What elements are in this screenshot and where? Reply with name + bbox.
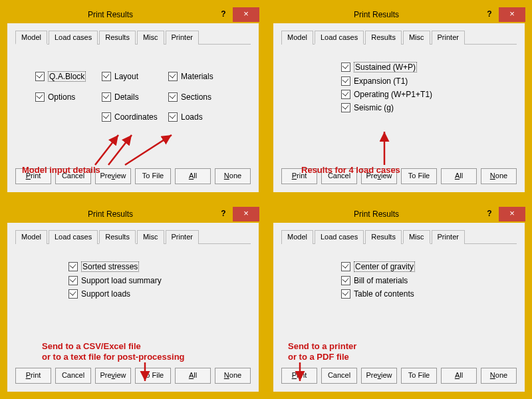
label-operating: Operating (W+P1+T1) [354, 90, 432, 99]
svg-line-2 [125, 135, 172, 165]
tab-model[interactable]: Model [281, 230, 313, 244]
dialog-body: Model Load cases Results Misc Printer Su… [273, 23, 525, 193]
preview-button[interactable]: Preview [361, 168, 397, 184]
close-button[interactable]: × [233, 7, 259, 22]
tab-results[interactable]: Results [365, 31, 402, 45]
close-button[interactable]: × [499, 7, 525, 22]
checkbox-cog[interactable] [341, 262, 350, 271]
titlebar: Print Results ? × [7, 206, 259, 222]
print-button[interactable]: Print [281, 168, 317, 184]
cancel-button[interactable]: Cancel [321, 368, 357, 384]
checkbox-layout[interactable] [102, 72, 111, 81]
help-button[interactable]: ? [214, 207, 233, 221]
label-expansion: Expansion (T1) [354, 76, 408, 86]
cancel-button[interactable]: Cancel [55, 368, 91, 384]
none-button[interactable]: None [481, 368, 517, 384]
titlebar: Print Results ? × [273, 7, 525, 23]
tab-results[interactable]: Results [99, 230, 136, 244]
tab-misc[interactable]: Misc [137, 230, 164, 244]
checkbox-seismic[interactable] [341, 103, 350, 112]
help-button[interactable]: ? [480, 207, 499, 221]
tab-loadcases[interactable]: Load cases [315, 230, 364, 244]
preview-button[interactable]: Preview [95, 168, 131, 184]
checkbox-operating[interactable] [341, 90, 350, 99]
none-button[interactable]: None [215, 168, 251, 184]
button-row: Print Cancel Preview To File All None [15, 168, 251, 184]
checkbox-sustained[interactable] [341, 63, 350, 72]
all-button[interactable]: All [441, 168, 477, 184]
all-button[interactable]: All [175, 368, 211, 384]
checkbox-details[interactable] [102, 92, 111, 102]
none-button[interactable]: None [481, 168, 517, 184]
print-button[interactable]: Print [15, 368, 51, 384]
close-button[interactable]: × [499, 207, 525, 221]
help-button[interactable]: ? [214, 7, 233, 22]
tab-model[interactable]: Model [15, 230, 47, 244]
tab-results[interactable]: Results [365, 230, 402, 244]
label-materials: Materials [181, 72, 213, 81]
tabstrip: Model Load cases Results Misc Printer [15, 229, 251, 244]
tofile-button[interactable]: To File [135, 168, 171, 184]
label-bom: Bill of materials [354, 276, 408, 285]
preview-button[interactable]: Preview [361, 368, 397, 384]
tab-printer[interactable]: Printer [432, 31, 465, 45]
checkbox-bom[interactable] [341, 276, 350, 285]
checkbox-loads[interactable] [168, 112, 178, 122]
tab-misc[interactable]: Misc [137, 31, 164, 45]
all-button[interactable]: All [441, 368, 477, 384]
tab-loadcases[interactable]: Load cases [49, 31, 98, 45]
help-button[interactable]: ? [480, 7, 499, 22]
button-row: Print Cancel Preview To File All None [15, 368, 251, 384]
checkbox-expansion[interactable] [341, 76, 350, 86]
tofile-button[interactable]: To File [401, 168, 437, 184]
print-button[interactable]: Print [15, 168, 51, 184]
checkbox-support-summary[interactable] [68, 276, 78, 285]
tab-content: Center of gravity Bill of materials Tabl… [281, 248, 517, 364]
label-cog: Center of gravity [354, 261, 415, 272]
tab-loadcases[interactable]: Load cases [49, 230, 98, 244]
checkbox-coordinates[interactable] [102, 112, 111, 122]
print-button[interactable]: Print [281, 368, 317, 384]
tab-printer[interactable]: Printer [166, 31, 199, 45]
dialog-body: Model Load cases Results Misc Printer So… [7, 222, 259, 392]
preview-button[interactable]: Preview [95, 368, 131, 384]
dialog-body: Model Load cases Results Misc Printer Ce… [273, 222, 525, 392]
tab-printer[interactable]: Printer [432, 230, 465, 244]
label-sustained: Sustained (W+P) [354, 62, 417, 72]
tab-model[interactable]: Model [15, 31, 47, 45]
checkbox-options[interactable] [35, 92, 45, 102]
tab-loadcases[interactable]: Load cases [315, 31, 364, 45]
tab-misc[interactable]: Misc [403, 230, 430, 244]
none-button[interactable]: None [215, 368, 251, 384]
tabstrip: Model Load cases Results Misc Printer [281, 30, 517, 45]
all-button[interactable]: All [175, 168, 211, 184]
tab-misc[interactable]: Misc [403, 31, 430, 45]
tab-results[interactable]: Results [99, 31, 136, 45]
checkbox-sorted-stresses[interactable] [68, 262, 78, 271]
label-coordinates: Coordinates [114, 112, 158, 122]
label-sections: Sections [181, 92, 211, 102]
tab-content: Q.A.Block Layout Materials Options Detai… [15, 49, 251, 164]
tabstrip: Model Load cases Results Misc Printer [15, 30, 251, 45]
tofile-button[interactable]: To File [135, 368, 171, 384]
label-sorted-stresses: Sorted stresses [81, 261, 139, 272]
dialog-title: Print Results [273, 10, 480, 19]
annotation-results-l2: or to a text file for post-processing [42, 352, 185, 362]
annotation-results-l1: Send to a CSV/Excel file [42, 341, 141, 351]
close-button[interactable]: × [233, 207, 259, 221]
checkbox-sections[interactable] [168, 92, 178, 102]
titlebar: Print Results ? × [273, 206, 525, 222]
checkbox-qa-block[interactable] [35, 72, 45, 81]
checkbox-materials[interactable] [168, 72, 178, 81]
titlebar: Print Results ? × [7, 7, 259, 23]
tab-printer[interactable]: Printer [166, 230, 199, 244]
annotation-misc-l1: Send to a printer [288, 341, 356, 351]
checkbox-toc[interactable] [341, 289, 350, 299]
tab-model[interactable]: Model [281, 31, 313, 45]
cancel-button[interactable]: Cancel [321, 168, 357, 184]
checkbox-support-loads[interactable] [68, 289, 78, 299]
cancel-button[interactable]: Cancel [55, 168, 91, 184]
button-row: Print Cancel Preview To File All None [281, 368, 517, 384]
tofile-button[interactable]: To File [401, 368, 437, 384]
dialog-loadcases: Print Results ? × Model Load cases Resul… [266, 0, 532, 200]
